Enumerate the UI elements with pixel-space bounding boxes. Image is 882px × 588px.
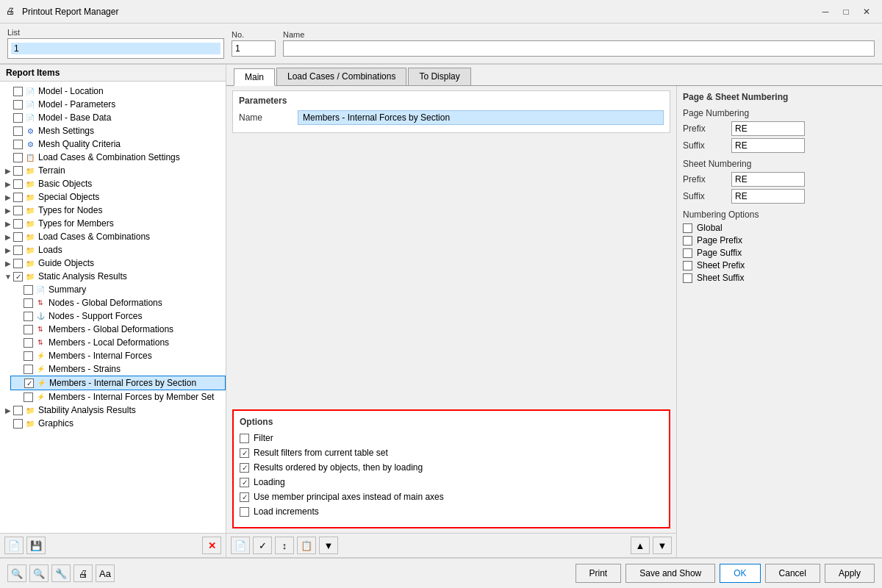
right-toolbar-btn-3[interactable]: ↕ [275, 537, 294, 554]
maximize-button[interactable]: □ [836, 4, 856, 20]
close-button[interactable]: ✕ [857, 4, 876, 20]
no-input[interactable] [232, 40, 276, 57]
expand-types-nodes[interactable]: ▶ [3, 205, 13, 215]
ok-button[interactable]: OK [720, 564, 760, 583]
checkbox-types-members[interactable] [13, 219, 23, 229]
tab-to-display[interactable]: To Display [408, 68, 470, 85]
tool-print[interactable]: 🖨 [74, 564, 93, 582]
checkbox-members-strains[interactable] [24, 365, 33, 374]
checkbox-guide-objects[interactable] [13, 259, 23, 268]
page-prefix-input[interactable] [731, 121, 805, 136]
tree-item-loads[interactable]: ▶ 📁 Loads [0, 243, 226, 257]
tree-item-stability-analysis[interactable]: ▶ 📁 Stability Analysis Results [0, 404, 226, 417]
checkbox-page-suffix[interactable] [683, 248, 692, 258]
delete-button[interactable]: ✕ [202, 537, 221, 554]
checkbox-basic-objects[interactable] [13, 179, 23, 189]
checkbox-loads[interactable] [13, 245, 23, 255]
checkbox-types-nodes[interactable] [13, 206, 23, 215]
tree-item-mesh-quality[interactable]: ⚙ Mesh Quality Criteria [0, 137, 226, 151]
checkbox-load-increments[interactable] [240, 507, 249, 517]
tree-item-model-parameters[interactable]: 📄 Model - Parameters [0, 98, 226, 111]
checkbox-members-if-member-set[interactable] [24, 392, 33, 402]
checkbox-members-local-def[interactable] [24, 338, 33, 348]
move-down-button[interactable]: ▼ [653, 537, 672, 554]
tree-item-terrain[interactable]: ▶ 📁 Terrain [0, 164, 226, 177]
tab-main[interactable]: Main [234, 68, 275, 86]
tree-item-guide-objects[interactable]: ▶ 📁 Guide Objects [0, 257, 226, 270]
checkbox-sheet-prefix[interactable] [683, 261, 692, 270]
checkbox-special-objects[interactable] [13, 193, 23, 202]
tool-find[interactable]: 🔍 [29, 564, 49, 582]
checkbox-members-if-by-section[interactable] [24, 379, 34, 388]
checkbox-model-parameters[interactable] [13, 100, 23, 110]
expand-loads[interactable]: ▶ [3, 245, 13, 255]
tree-item-basic-objects[interactable]: ▶ 📁 Basic Objects [0, 177, 226, 190]
tree-item-static-analysis[interactable]: ▼ 📁 Static Analysis Results [0, 270, 226, 283]
tree-item-special-objects[interactable]: ▶ 📁 Special Objects [0, 190, 226, 204]
expand-types-members[interactable]: ▶ [3, 218, 13, 229]
expand-special-objects[interactable]: ▶ [3, 192, 13, 202]
tree-item-mesh-settings[interactable]: ⚙ Mesh Settings [0, 124, 226, 137]
tree-item-members-local-def[interactable]: ⇅ Members - Local Deformations [10, 336, 226, 349]
right-toolbar-btn-2[interactable]: ✓ [253, 537, 272, 554]
checkbox-load-cases-combos[interactable] [13, 232, 23, 242]
minimize-button[interactable]: ─ [816, 4, 835, 20]
tab-load-cases[interactable]: Load Cases / Combinations [276, 68, 406, 85]
checkbox-graphics[interactable] [13, 419, 23, 429]
tree-item-graphics[interactable]: 📁 Graphics [0, 417, 226, 430]
tool-settings[interactable]: 🔧 [51, 564, 71, 582]
list-box[interactable]: 1 [7, 38, 224, 59]
checkbox-sheet-suffix[interactable] [683, 273, 692, 283]
checkbox-static-analysis[interactable] [13, 272, 23, 282]
checkbox-load-combo-settings[interactable] [13, 153, 23, 162]
tree-item-nodes-support[interactable]: ⚓ Nodes - Support Forces [10, 309, 226, 323]
tree-item-members-if-member-set[interactable]: ⚡ Members - Internal Forces by Member Se… [10, 390, 226, 404]
new-doc-button[interactable]: 📄 [4, 537, 24, 554]
checkbox-mesh-quality[interactable] [13, 140, 23, 149]
right-toolbar-btn-5[interactable]: ▼ [319, 537, 338, 554]
tree-item-types-nodes[interactable]: ▶ 📁 Types for Nodes [0, 204, 226, 217]
tree-item-members-if-by-section[interactable]: ⚡ Members - Internal Forces by Section [10, 376, 226, 390]
checkbox-page-prefix[interactable] [683, 236, 692, 245]
checkbox-results-ordered[interactable] [240, 463, 249, 473]
checkbox-model-base-data[interactable] [13, 113, 23, 123]
cancel-button[interactable]: Cancel [765, 564, 820, 583]
checkbox-filter[interactable] [240, 434, 249, 443]
tree-item-model-base-data[interactable]: 📄 Model - Base Data [0, 111, 226, 124]
expand-guide-objects[interactable]: ▶ [3, 258, 13, 268]
move-up-button[interactable]: ▲ [631, 537, 650, 554]
expand-basic-objects[interactable]: ▶ [3, 179, 13, 189]
tree-item-model-location[interactable]: 📄 Model - Location [0, 85, 226, 98]
expand-terrain[interactable]: ▶ [3, 165, 13, 176]
expand-stability-analysis[interactable]: ▶ [3, 405, 13, 415]
checkbox-loading[interactable] [240, 478, 249, 487]
apply-button[interactable]: Apply [825, 564, 875, 583]
checkbox-result-filters[interactable] [240, 448, 249, 458]
tree-item-load-cases-combos[interactable]: ▶ 📁 Load Cases & Combinations [0, 230, 226, 243]
checkbox-model-location[interactable] [13, 87, 23, 96]
tree-item-members-internal-forces[interactable]: ⚡ Members - Internal Forces [10, 349, 226, 362]
print-button[interactable]: Print [576, 564, 622, 583]
tree-item-summary[interactable]: 📄 Summary [10, 283, 226, 296]
tree-item-nodes-global-def[interactable]: ⇅ Nodes - Global Deformations [10, 296, 226, 309]
sheet-prefix-input[interactable] [731, 172, 805, 187]
checkbox-nodes-support[interactable] [24, 312, 33, 321]
right-toolbar-btn-1[interactable]: 📄 [231, 537, 250, 554]
checkbox-terrain[interactable] [13, 166, 23, 176]
checkbox-global[interactable] [683, 223, 692, 233]
name-input[interactable] [283, 40, 875, 57]
checkbox-mesh-settings[interactable] [13, 126, 23, 136]
right-toolbar-btn-4[interactable]: 📋 [297, 537, 316, 554]
checkbox-members-global-def[interactable] [24, 325, 33, 334]
expand-static-analysis[interactable]: ▼ [3, 271, 13, 282]
checkbox-members-internal-forces[interactable] [24, 351, 33, 361]
tree-area[interactable]: 📄 Model - Location 📄 Model - Parameters … [0, 82, 226, 533]
tree-item-load-combo-settings[interactable]: 📋 Load Cases & Combination Settings [0, 151, 226, 164]
tree-item-members-strains[interactable]: ⚡ Members - Strains [10, 362, 226, 376]
save-and-show-button[interactable]: Save and Show [625, 564, 715, 583]
page-suffix-input[interactable] [731, 138, 805, 153]
tool-search[interactable]: 🔍 [7, 564, 26, 582]
checkbox-summary[interactable] [24, 285, 33, 295]
checkbox-principal-axes[interactable] [240, 492, 249, 502]
checkbox-stability-analysis[interactable] [13, 406, 23, 415]
